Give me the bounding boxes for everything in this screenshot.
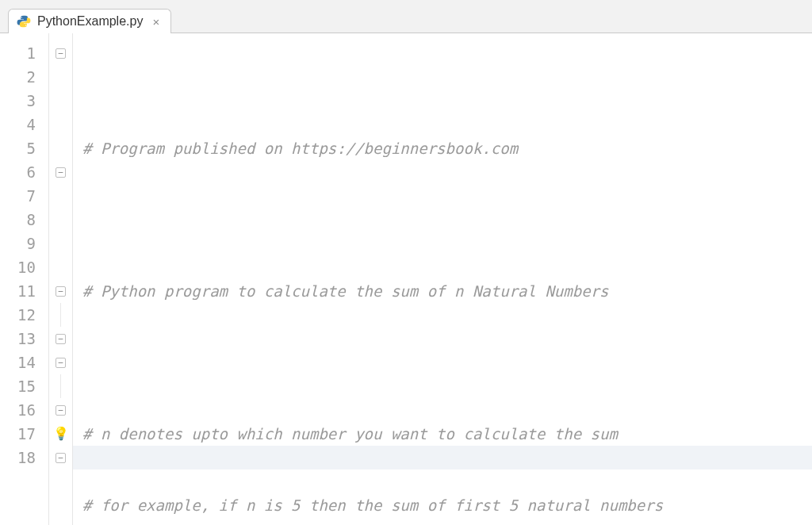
line-number[interactable]: 18 (0, 446, 36, 469)
line-number[interactable]: 11 (0, 279, 36, 303)
code-text: # Program published on https://beginners… (82, 140, 518, 157)
line-number[interactable]: 10 (0, 255, 36, 279)
code-text: # Python program to calculate the sum of… (82, 282, 608, 300)
fold-guide (60, 374, 61, 398)
line-number[interactable]: 14 (0, 351, 36, 374)
line-number[interactable]: 8 (0, 208, 36, 232)
line-number[interactable]: 3 (0, 89, 36, 113)
line-number[interactable]: 5 (0, 136, 36, 160)
fold-toggle-icon[interactable]: − (56, 405, 66, 416)
fold-guide (60, 303, 61, 327)
line-number[interactable]: 12 (0, 303, 36, 327)
code-area[interactable]: # Program published on https://beginners… (73, 33, 812, 525)
tab-bar: PythonExample.py × (0, 0, 812, 33)
fold-toggle-icon[interactable]: − (56, 453, 66, 463)
line-number[interactable]: 13 (0, 327, 36, 351)
fold-toggle-icon[interactable]: − (56, 48, 66, 59)
tab-filename: PythonExample.py (37, 14, 143, 29)
code-text: # for example, if n is 5 then the sum of… (82, 496, 663, 514)
close-icon[interactable]: × (152, 15, 159, 29)
fold-toggle-icon[interactable]: − (56, 167, 66, 178)
fold-toggle-icon[interactable]: − (56, 334, 66, 344)
code-editor[interactable]: 1 2 3 4 5 6 7 8 9 10 11 12 13 14 15 16 1… (0, 33, 812, 525)
fold-toggle-icon[interactable]: − (56, 286, 66, 297)
fold-toggle-icon[interactable]: − (56, 358, 66, 368)
line-number[interactable]: 17 (0, 422, 36, 446)
line-number[interactable]: 9 (0, 232, 36, 255)
line-number-gutter: 1 2 3 4 5 6 7 8 9 10 11 12 13 14 15 16 1… (0, 33, 49, 525)
line-number[interactable]: 1 (0, 41, 36, 65)
python-file-icon (17, 14, 31, 29)
line-number[interactable]: 4 (0, 113, 36, 136)
code-text: # n denotes upto which number you want t… (82, 425, 618, 443)
line-number[interactable]: 2 (0, 65, 36, 89)
line-number[interactable]: 6 (0, 160, 36, 184)
intention-bulb-icon[interactable]: 💡 (53, 422, 69, 446)
line-number[interactable]: 16 (0, 398, 36, 422)
editor-tab[interactable]: PythonExample.py × (8, 9, 171, 33)
current-line-highlight (73, 446, 812, 469)
line-number[interactable]: 7 (0, 184, 36, 208)
line-number[interactable]: 15 (0, 374, 36, 398)
fold-gutter: − − − − − − 💡 − (49, 33, 73, 525)
